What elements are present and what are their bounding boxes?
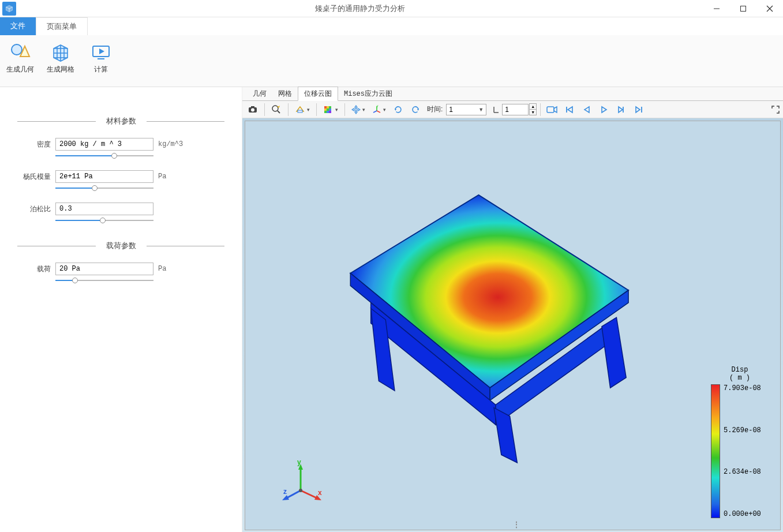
menu-tabs: 文件 页面菜单 [0,17,783,35]
svg-marker-14 [99,48,104,54]
orientation-triad-icon: y x z [280,460,326,507]
window-title: 矮桌子的通用静力受力分析 [16,3,703,14]
minimize-button[interactable] [703,0,730,17]
svg-line-20 [278,111,280,113]
svg-rect-31 [329,111,331,113]
first-frame-button[interactable] [561,102,578,117]
loads-header: 载荷参数 [17,241,224,251]
close-button[interactable] [756,0,783,17]
viewport[interactable]: y x z Disp ( m ) [242,118,783,532]
viewer-toolbar: y 时间: ▼ ▲ ▼ [242,101,783,118]
legend-title: Disp [711,366,769,374]
shapes-icon [0,39,40,65]
svg-line-34 [373,111,377,113]
rotate-cw-button[interactable] [407,102,424,117]
youngs-unit: Pa [158,173,187,181]
rotate-ccw-button[interactable] [390,102,406,117]
svg-point-17 [251,108,254,111]
svg-text:z: z [283,488,287,496]
ribbon-generate-geometry[interactable]: 生成几何 [0,39,40,74]
play-button[interactable] [596,102,612,117]
frame-step-up[interactable]: ▲ [529,103,537,110]
svg-text:x: x [318,489,322,497]
svg-rect-29 [324,111,327,113]
axes-dropdown[interactable]: y [369,102,389,117]
svg-rect-27 [327,108,329,111]
zoom-button[interactable] [268,102,284,117]
poisson-label: 泊松比 [17,204,51,214]
svg-text:y: y [297,460,301,466]
fullscreen-button[interactable] [770,102,781,117]
youngs-input[interactable] [55,170,153,183]
colormap-dropdown[interactable] [320,102,341,117]
svg-point-4 [12,44,22,55]
load-unit: Pa [158,265,187,273]
legend-unit: ( m ) [711,374,769,382]
load-input[interactable] [55,263,153,275]
ribbon-compute-label: 计算 [81,65,121,74]
svg-marker-43 [568,107,572,113]
svg-point-70 [299,489,302,492]
svg-rect-23 [324,106,327,108]
svg-rect-18 [251,106,254,108]
maximize-button[interactable] [730,0,756,17]
poisson-input[interactable] [55,203,153,215]
record-button[interactable] [544,102,560,117]
play-back-button[interactable] [579,102,595,117]
svg-marker-60 [602,317,626,388]
menu-page[interactable]: 页面菜单 [36,17,88,35]
time-dropdown[interactable] [446,104,486,115]
time-label: 时间: [425,104,445,114]
svg-marker-48 [636,107,640,113]
step-forward-button[interactable] [613,102,630,117]
svg-rect-26 [324,108,327,111]
svg-rect-25 [329,106,331,108]
frame-input[interactable] [502,104,529,115]
density-input[interactable] [55,138,153,151]
menu-file[interactable]: 文件 [0,17,36,35]
svg-rect-1 [741,6,746,11]
density-label: 密度 [17,140,51,149]
load-slider[interactable] [55,278,153,283]
resize-grip-icon[interactable]: ⋮ [513,520,520,529]
svg-rect-28 [329,108,331,111]
density-slider[interactable] [55,153,153,159]
ribbon-generate-mesh[interactable]: 生成网格 [40,39,81,74]
last-frame-button[interactable] [631,102,647,117]
frame-step-down[interactable]: ▼ [529,110,537,115]
youngs-slider[interactable] [55,185,153,191]
ribbon-compute[interactable]: 计算 [81,39,121,74]
legend-tick: 0.000e+00 [724,510,761,518]
tab-geometry[interactable]: 几何 [247,87,272,100]
load-label: 载荷 [17,264,51,274]
legend-tick: 2.634e-08 [724,468,761,476]
svg-rect-22 [298,110,302,113]
pan-dropdown[interactable] [349,102,368,117]
tab-displacement[interactable]: 位移云图 [298,87,338,101]
ribbon-mesh-label: 生成网格 [40,65,81,74]
app-icon [2,2,16,16]
svg-marker-59 [494,408,517,463]
svg-text:y: y [377,105,379,107]
tab-mises[interactable]: Mises应力云图 [338,87,398,100]
select-mode-dropdown[interactable] [292,102,313,117]
svg-marker-37 [417,109,419,111]
svg-rect-30 [327,111,329,113]
tab-mesh[interactable]: 网格 [272,87,298,100]
view-tabs: 几何 网格 位移云图 Mises应力云图 [242,87,783,101]
svg-rect-24 [327,106,329,108]
poisson-slider[interactable] [55,218,153,223]
parameters-panel: 材料参数 密度 kg/m^3 杨氏模量 Pa 泊松比 载荷参数 载荷 [0,87,242,532]
density-unit: kg/m^3 [158,140,187,148]
color-legend: Disp ( m ) 7.903e-08 5.269e-08 2.634e-08… [711,366,769,518]
svg-marker-45 [602,107,606,113]
screenshot-button[interactable] [245,102,261,117]
ribbon: 生成几何 生成网格 计算 [0,35,783,87]
legend-tick: 7.903e-08 [724,384,761,392]
svg-rect-40 [547,107,554,113]
svg-marker-41 [554,107,557,113]
mesh-cube-icon [40,39,81,65]
svg-marker-36 [395,109,396,111]
title-bar: 矮桌子的通用静力受力分析 [0,0,783,17]
svg-marker-44 [585,107,589,113]
